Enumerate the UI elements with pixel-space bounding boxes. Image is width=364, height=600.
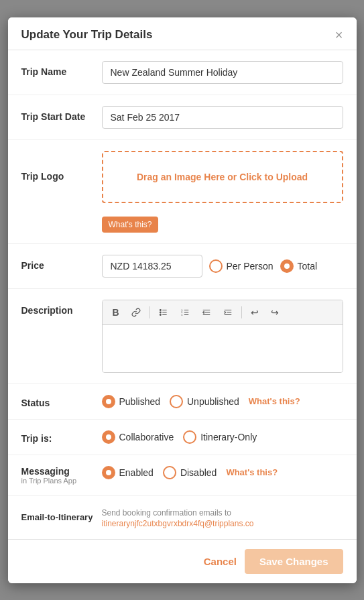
whats-this-logo-button[interactable]: What's this? bbox=[102, 217, 159, 233]
svg-point-5 bbox=[160, 314, 161, 315]
total-label: Total bbox=[298, 261, 318, 272]
trip-name-label: Trip Name bbox=[21, 61, 102, 77]
indent-button[interactable] bbox=[219, 305, 237, 320]
status-row: Status Published Unpublished What's this… bbox=[8, 384, 357, 420]
whats-this-messaging-link[interactable]: What's this? bbox=[226, 467, 278, 477]
upload-area[interactable]: Drag an Image Here or Click to Upload bbox=[102, 151, 343, 203]
collaborative-label: Collaborative bbox=[119, 432, 174, 442]
undo-button[interactable]: ↩ bbox=[246, 304, 263, 320]
status-control: Published Unpublished What's this? bbox=[102, 395, 343, 408]
collaborative-option[interactable]: Collaborative bbox=[102, 430, 174, 444]
description-editor: B bbox=[102, 300, 343, 373]
unpublished-option[interactable]: Unpublished bbox=[170, 395, 239, 408]
email-label: Email-to-Itinerary bbox=[21, 507, 102, 522]
trip-logo-row: Trip Logo Drag an Image Here or Click to… bbox=[8, 140, 357, 244]
published-option[interactable]: Published bbox=[102, 395, 161, 408]
itinerary-only-label: Itinerary-Only bbox=[200, 432, 257, 442]
modal-dialog: Update Your Trip Details × Trip Name Tri… bbox=[8, 17, 357, 583]
bold-button[interactable]: B bbox=[108, 304, 124, 320]
disabled-label: Disabled bbox=[180, 467, 217, 478]
price-input[interactable] bbox=[102, 255, 202, 278]
trip-start-date-control bbox=[102, 106, 343, 129]
description-label: Description bbox=[21, 300, 102, 316]
status-options: Published Unpublished What's this? bbox=[102, 395, 343, 408]
collaborative-radio[interactable] bbox=[102, 430, 115, 444]
total-radio[interactable] bbox=[280, 259, 294, 273]
enabled-option[interactable]: Enabled bbox=[102, 466, 154, 479]
description-content-area[interactable] bbox=[103, 325, 343, 372]
email-control: Send booking confirmation emails to itin… bbox=[102, 507, 343, 528]
svg-text:3.: 3. bbox=[181, 313, 183, 316]
description-control: B bbox=[102, 300, 343, 373]
messaging-control: Enabled Disabled What's this? bbox=[102, 466, 343, 479]
trip-logo-control: Drag an Image Here or Click to Upload Wh… bbox=[102, 151, 343, 233]
status-label: Status bbox=[21, 395, 102, 408]
trip-is-options: Collaborative Itinerary-Only bbox=[102, 430, 343, 444]
messaging-options: Enabled Disabled What's this? bbox=[102, 466, 343, 479]
close-button[interactable]: × bbox=[335, 28, 343, 42]
modal-header: Update Your Trip Details × bbox=[8, 17, 357, 50]
editor-toolbar: B bbox=[103, 300, 343, 325]
per-person-label: Per Person bbox=[227, 261, 274, 272]
unpublished-radio[interactable] bbox=[170, 395, 183, 408]
toolbar-separator-1 bbox=[149, 306, 150, 318]
published-label: Published bbox=[119, 396, 161, 407]
trip-start-date-label: Trip Start Date bbox=[21, 106, 102, 122]
messaging-main-label: Messaging bbox=[21, 466, 102, 477]
per-person-option[interactable]: Per Person bbox=[209, 259, 274, 273]
price-row: Price Per Person Total bbox=[8, 244, 357, 289]
enabled-label: Enabled bbox=[119, 467, 154, 478]
published-radio[interactable] bbox=[102, 395, 115, 408]
messaging-row: Messaging in Trip Plans App Enabled Disa… bbox=[8, 455, 357, 496]
cancel-button[interactable]: Cancel bbox=[204, 556, 237, 567]
price-control: Per Person Total bbox=[102, 255, 343, 278]
trip-start-date-input[interactable] bbox=[102, 106, 343, 129]
messaging-sub-label: in Trip Plans App bbox=[21, 477, 102, 485]
trip-is-label: Trip is: bbox=[21, 430, 102, 444]
disabled-radio[interactable] bbox=[163, 466, 176, 479]
svg-point-3 bbox=[160, 309, 161, 310]
itinerary-only-option[interactable]: Itinerary-Only bbox=[183, 430, 257, 444]
modal-body: Trip Name Trip Start Date Trip Logo Drag… bbox=[8, 50, 357, 539]
email-row: Email-to-Itinerary Send booking confirma… bbox=[8, 496, 357, 539]
enabled-radio[interactable] bbox=[102, 466, 115, 479]
trip-name-row: Trip Name bbox=[8, 50, 357, 95]
whats-this-status-link[interactable]: What's this? bbox=[249, 396, 300, 406]
trip-is-row: Trip is: Collaborative Itinerary-Only bbox=[8, 420, 357, 455]
itinerary-only-radio[interactable] bbox=[183, 430, 196, 444]
save-changes-button[interactable]: Save Changes bbox=[245, 549, 343, 574]
toolbar-separator-2 bbox=[241, 306, 242, 318]
link-button[interactable] bbox=[127, 305, 145, 320]
total-option[interactable]: Total bbox=[280, 259, 318, 273]
price-inputs: Per Person Total bbox=[102, 255, 343, 278]
unordered-list-button[interactable] bbox=[154, 305, 173, 320]
description-row: Description B bbox=[8, 289, 357, 384]
unpublished-label: Unpublished bbox=[187, 396, 239, 407]
modal-overlay: Update Your Trip Details × Trip Name Tri… bbox=[0, 0, 364, 600]
upload-text: Drag an Image Here or Click to Upload bbox=[137, 172, 308, 182]
trip-is-control: Collaborative Itinerary-Only bbox=[102, 430, 343, 444]
email-description-text: Send booking confirmation emails to bbox=[102, 507, 343, 519]
outdent-button[interactable] bbox=[197, 305, 216, 320]
price-label: Price bbox=[21, 255, 102, 271]
trip-name-input[interactable] bbox=[102, 61, 343, 84]
per-person-radio[interactable] bbox=[209, 259, 223, 273]
trip-start-date-row: Trip Start Date bbox=[8, 95, 357, 140]
redo-button[interactable]: ↪ bbox=[266, 304, 284, 320]
ordered-list-button[interactable]: 1. 2. 3. bbox=[176, 305, 194, 320]
modal-footer: Cancel Save Changes bbox=[8, 539, 357, 583]
email-address: itinerarynjfc2utxbgvrxbdrx4fq@tripplans.… bbox=[102, 519, 343, 528]
disabled-option[interactable]: Disabled bbox=[163, 466, 217, 479]
modal-title: Update Your Trip Details bbox=[21, 28, 153, 42]
messaging-label-wrap: Messaging in Trip Plans App bbox=[21, 466, 102, 485]
trip-logo-label: Trip Logo bbox=[21, 151, 102, 182]
svg-point-4 bbox=[160, 312, 161, 313]
trip-name-control bbox=[102, 61, 343, 84]
